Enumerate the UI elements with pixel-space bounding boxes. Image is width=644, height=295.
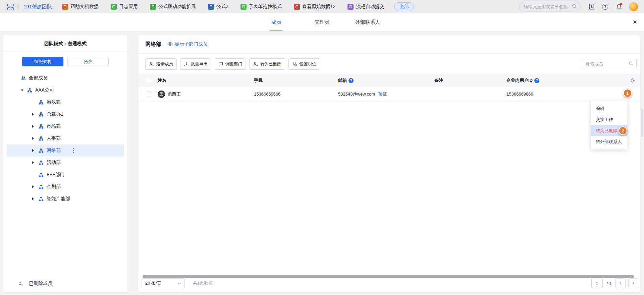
all-apps-pill[interactable]: 全部: [394, 2, 414, 11]
tree-item-7[interactable]: 活动部: [7, 157, 124, 169]
apps-grid-icon[interactable]: [7, 4, 14, 10]
tree-item-label: 活动部: [47, 160, 61, 166]
bell-icon[interactable]: [615, 3, 622, 10]
next-page-button[interactable]: [628, 278, 638, 288]
department-icon: [39, 136, 44, 141]
app-tab-5[interactable]: 子表单拖拽模式: [240, 4, 282, 10]
invite-member-button[interactable]: 邀请成员: [145, 58, 177, 70]
tab-external-contacts[interactable]: 外部联系人: [345, 13, 390, 31]
toolbar-row: 邀请成员批量导出调整部门转为已删除设置职位: [145, 58, 637, 70]
more-actions-icon[interactable]: [71, 147, 75, 154]
help-icon[interactable]: ?: [348, 78, 354, 83]
adjust-department-button[interactable]: 调整部门: [215, 58, 246, 70]
app-tab-2[interactable]: 日志应用: [111, 4, 138, 10]
tab-members[interactable]: 成员: [254, 13, 299, 31]
help-icon[interactable]: ?: [534, 78, 539, 83]
member-table: 姓名手机邮箱?备注企业内用户ID? 王凯西王15366669666532543@…: [138, 74, 640, 102]
deleted-members-label: 已删除成员: [29, 281, 52, 287]
app-glyph: [210, 5, 212, 8]
app-tab-7[interactable]: 流程自动提交: [347, 4, 384, 10]
user-id-cell: 15366669666: [506, 92, 621, 97]
set-position-button[interactable]: 设置职位: [288, 58, 320, 70]
tree-item-0[interactable]: 全部成员: [7, 72, 124, 84]
column-settings-icon[interactable]: [621, 78, 640, 83]
member-search[interactable]: [582, 59, 637, 69]
tab-label: 管理员: [314, 13, 331, 31]
tree-item-8[interactable]: FFF部门: [7, 169, 124, 181]
caret-right-icon[interactable]: [32, 185, 34, 188]
department-tree: 全部成员AAA公司游戏部总裁办1市场部人事部网络部活动部FFF部门企划部智能产能…: [3, 72, 127, 205]
department-icon: [39, 112, 44, 117]
select-all-checkbox[interactable]: [146, 78, 151, 83]
caret-slot: [21, 90, 27, 91]
row-checkbox[interactable]: [146, 92, 151, 97]
help-icon[interactable]: ?: [602, 3, 608, 10]
app-glyph: [112, 5, 115, 8]
header-select-cell: [138, 78, 158, 83]
menu-item-edit[interactable]: 编辑: [591, 103, 627, 114]
org-structure-button[interactable]: 组织架构: [22, 57, 63, 66]
member-avatar: 王: [158, 91, 165, 98]
topbar-icons: ?: [588, 2, 638, 11]
app-icon: [111, 4, 117, 10]
caret-down-icon[interactable]: [21, 90, 23, 91]
prev-page-button[interactable]: [615, 278, 626, 288]
app-tab-6[interactable]: 查看原始数据12: [294, 4, 336, 10]
app-tab-4[interactable]: 公式2: [208, 4, 228, 10]
menu-item-handover[interactable]: 交接工作: [591, 114, 627, 125]
user-avatar[interactable]: [629, 2, 638, 11]
team-name[interactable]: 191创建团队: [23, 4, 52, 10]
page-size-select[interactable]: 20 条/页: [142, 278, 185, 288]
search-icon: [572, 4, 577, 10]
tree-item-label: 全部成员: [29, 75, 48, 81]
pagination-bar: 20 条/页 共1条数据 / 1: [138, 274, 640, 292]
member-panel: 网络部 显示子部门成员 邀请成员批量导出调整部门转为已删除设置职位 姓名手机邮箱…: [138, 35, 640, 292]
show-sub-dept-link[interactable]: 显示子部门成员: [167, 41, 208, 47]
member-search-input[interactable]: [586, 62, 629, 67]
tree-item-9[interactable]: 企划部: [7, 181, 124, 193]
content-area: 团队模式：普通模式 组织架构 角色 全部成员AAA公司游戏部总裁办1市场部人事部…: [0, 32, 644, 295]
verify-link[interactable]: 验证: [378, 91, 387, 97]
department-icon: [39, 100, 44, 105]
menu-item-to-external-contact[interactable]: 转外部联系人: [591, 136, 627, 147]
app-tab-3[interactable]: 公式联动功能扩展: [150, 4, 196, 10]
tree-item-6[interactable]: 网络部: [7, 144, 124, 157]
tree-item-2[interactable]: 游戏部: [7, 96, 124, 108]
move-to-deleted-button[interactable]: 转为已删除: [249, 58, 285, 70]
caret-right-icon[interactable]: [32, 125, 34, 128]
app-tab-1[interactable]: 帮助文档数据: [62, 4, 99, 10]
tree-item-10[interactable]: 智能产能部: [7, 193, 124, 205]
members-icon: [21, 75, 26, 81]
team-mode-title: 团队模式：普通模式: [3, 35, 127, 52]
caret-right-icon[interactable]: [32, 197, 34, 200]
app-search[interactable]: [519, 2, 581, 11]
member-tabs: 成员管理员外部联系人: [254, 13, 390, 31]
tab-admins[interactable]: 管理员: [299, 13, 345, 31]
app-tab-label: 公式2: [216, 4, 228, 10]
caret-right-icon[interactable]: [32, 113, 34, 116]
chevron-down-icon: [177, 281, 181, 286]
app-search-input[interactable]: [524, 4, 572, 9]
tree-item-label: 人事部: [47, 135, 61, 141]
tree-item-4[interactable]: 市场部: [7, 120, 124, 132]
step-badge-2: 2: [619, 126, 627, 135]
deleted-members-item[interactable]: 已删除成员: [3, 275, 127, 292]
toolbar-button-label: 调整部门: [225, 61, 242, 67]
tree-item-5[interactable]: 人事部: [7, 132, 124, 144]
batch-export-button[interactable]: 批量导出: [180, 58, 211, 70]
caret-right-icon[interactable]: [32, 137, 34, 140]
vertical-scrollbar[interactable]: [641, 109, 643, 137]
contacts-icon[interactable]: [588, 3, 595, 10]
close-icon[interactable]: ✕: [633, 13, 637, 31]
caret-right-icon[interactable]: [32, 149, 34, 152]
page-number-input[interactable]: [591, 279, 603, 288]
tab-label: 成员: [270, 13, 282, 31]
role-button[interactable]: 角色: [67, 57, 109, 66]
department-icon: [39, 148, 44, 153]
tree-item-3[interactable]: 总裁办1: [7, 108, 124, 120]
caret-right-icon[interactable]: [32, 161, 34, 164]
tree-item-label: 智能产能部: [47, 196, 70, 202]
tree-item-1[interactable]: AAA公司: [7, 84, 124, 96]
caret-slot: [32, 149, 39, 152]
column-label: 姓名: [158, 77, 166, 83]
